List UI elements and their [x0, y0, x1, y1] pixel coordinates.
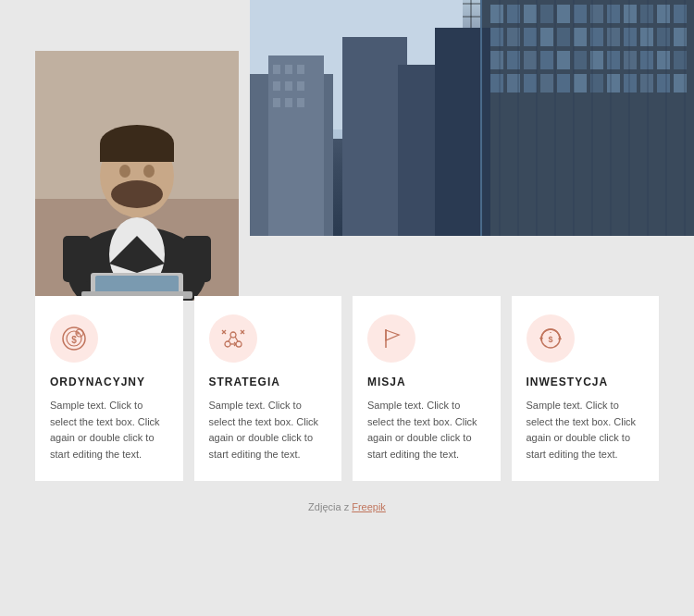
- ordynacyjny-icon-circle: $: [50, 314, 98, 363]
- svg-rect-46: [624, 51, 637, 69]
- card-strategia-title: STRATEGIA: [209, 376, 328, 388]
- svg-rect-90: [63, 236, 91, 282]
- svg-point-88: [143, 165, 155, 178]
- svg-rect-8: [285, 81, 292, 91]
- svg-rect-43: [574, 51, 587, 69]
- svg-rect-57: [607, 74, 620, 92]
- svg-rect-7: [273, 81, 280, 91]
- card-misja[interactable]: MISJA Sample text. Click to select the t…: [353, 296, 501, 481]
- svg-rect-26: [490, 28, 503, 46]
- svg-rect-41: [540, 51, 553, 69]
- svg-rect-62: [342, 37, 407, 236]
- svg-marker-114: [386, 330, 399, 340]
- svg-rect-16: [524, 5, 537, 23]
- person-image: [35, 51, 239, 301]
- svg-rect-47: [640, 51, 653, 69]
- svg-rect-14: [490, 5, 503, 23]
- svg-rect-53: [540, 74, 553, 92]
- svg-text:$: $: [548, 335, 552, 344]
- svg-rect-9: [297, 81, 304, 91]
- building-svg: [250, 0, 694, 236]
- svg-point-87: [119, 165, 130, 178]
- card-ordynacyjny[interactable]: $ ORDYNACYJNY Sample text. Click to sele…: [35, 296, 183, 481]
- svg-rect-42: [557, 51, 570, 69]
- building-image: [250, 0, 694, 236]
- svg-rect-22: [624, 5, 637, 23]
- card-inwestycja-text: Sample text. Click to select the text bo…: [527, 398, 645, 462]
- svg-rect-50: [490, 74, 503, 92]
- svg-rect-29: [540, 28, 553, 46]
- svg-rect-10: [273, 98, 280, 107]
- svg-rect-21: [607, 5, 620, 23]
- svg-point-102: [225, 341, 230, 347]
- card-inwestycja[interactable]: $ INWESTYCJA Sample text. Click to selec…: [512, 296, 660, 481]
- svg-rect-35: [640, 28, 653, 46]
- svg-rect-34: [624, 28, 637, 46]
- svg-rect-31: [574, 28, 587, 46]
- svg-rect-28: [524, 28, 537, 46]
- svg-rect-23: [640, 5, 653, 23]
- page-wrapper: $ ORDYNACYJNY Sample text. Click to sele…: [0, 0, 694, 616]
- flag-icon: [378, 326, 404, 351]
- svg-marker-117: [558, 336, 562, 339]
- svg-rect-48: [657, 51, 670, 69]
- svg-rect-11: [285, 98, 292, 107]
- svg-rect-30: [557, 28, 570, 46]
- card-misja-title: MISJA: [367, 376, 486, 388]
- svg-rect-6: [297, 65, 304, 74]
- svg-rect-12: [297, 98, 304, 107]
- card-ordynacyjny-title: ORDYNACYJNY: [50, 376, 168, 388]
- svg-point-89: [111, 180, 163, 208]
- svg-line-104: [229, 337, 231, 341]
- svg-rect-17: [540, 5, 553, 23]
- strategy-arrows-icon: [220, 326, 246, 351]
- svg-marker-118: [539, 338, 543, 341]
- inwestycja-icon-circle: $: [527, 314, 575, 363]
- svg-rect-45: [607, 51, 620, 69]
- svg-rect-58: [624, 74, 637, 92]
- svg-point-103: [236, 341, 242, 347]
- svg-rect-5: [285, 65, 292, 74]
- card-strategia[interactable]: STRATEGIA Sample text. Click to select t…: [194, 296, 342, 481]
- svg-text:$: $: [71, 335, 77, 345]
- svg-rect-52: [524, 74, 537, 92]
- svg-rect-36: [657, 28, 670, 46]
- svg-rect-40: [524, 51, 537, 69]
- images-section: [0, 0, 694, 287]
- misja-icon-circle: [367, 314, 415, 363]
- svg-rect-18: [557, 5, 570, 23]
- footer-link[interactable]: Freepik: [352, 501, 386, 512]
- svg-rect-24: [657, 5, 670, 23]
- svg-rect-59: [640, 74, 653, 92]
- strategia-icon-circle: [209, 314, 257, 363]
- svg-rect-33: [607, 28, 620, 46]
- svg-rect-60: [657, 74, 670, 92]
- coin-dollar-icon: $: [61, 326, 87, 351]
- footer: Zdjęcia z Freepik: [0, 501, 694, 512]
- card-strategia-text: Sample text. Click to select the text bo…: [209, 398, 328, 462]
- svg-rect-91: [183, 236, 211, 282]
- footer-prefix: Zdjęcia z: [308, 501, 352, 512]
- svg-line-105: [235, 337, 238, 341]
- svg-rect-19: [574, 5, 587, 23]
- card-inwestycja-title: INWESTYCJA: [527, 376, 645, 388]
- person-silhouette: [35, 51, 239, 301]
- cards-section: $ ORDYNACYJNY Sample text. Click to sele…: [0, 296, 694, 481]
- svg-rect-4: [273, 65, 280, 74]
- card-misja-text: Sample text. Click to select the text bo…: [367, 398, 486, 462]
- svg-rect-86: [100, 143, 174, 162]
- card-ordynacyjny-text: Sample text. Click to select the text bo…: [50, 398, 168, 462]
- dollar-cycle-icon: $: [538, 326, 564, 351]
- svg-rect-38: [490, 51, 503, 69]
- svg-rect-54: [557, 74, 570, 92]
- svg-rect-55: [574, 74, 587, 92]
